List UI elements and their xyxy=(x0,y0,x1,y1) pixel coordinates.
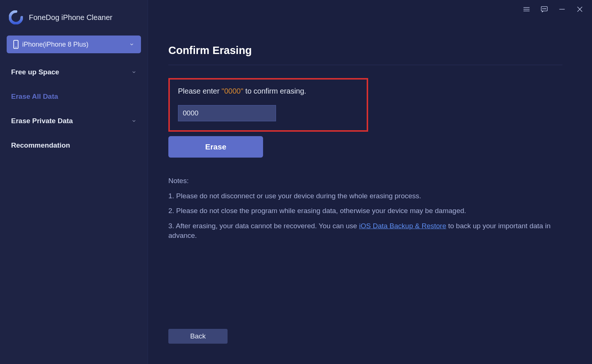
nav-label: Erase Private Data xyxy=(11,117,73,125)
app-root: FoneDog iPhone Cleaner iPhone(iPhone 8 P… xyxy=(0,0,592,364)
chevron-down-icon xyxy=(131,118,137,124)
note-1: 1. Please do not disconnect or use your … xyxy=(168,191,553,201)
nav-erase-private-data[interactable]: Erase Private Data xyxy=(0,109,148,133)
nav-label: Erase All Data xyxy=(11,92,58,101)
svg-point-5 xyxy=(544,9,544,9)
prompt-code: "0000" xyxy=(222,87,243,95)
device-label: iPhone(iPhone 8 Plus) xyxy=(22,41,88,48)
chat-icon xyxy=(540,5,548,13)
phone-icon xyxy=(13,40,18,49)
page-title: Confirm Erasing xyxy=(168,44,562,57)
chevron-down-icon xyxy=(129,42,134,47)
note-2: 2. Please do not close the program while… xyxy=(168,206,553,216)
note-3: 3. After erasing, your data cannot be re… xyxy=(168,221,553,241)
notes-heading: Notes: xyxy=(168,176,553,186)
svg-point-6 xyxy=(545,9,546,9)
back-button[interactable]: Back xyxy=(168,329,228,344)
notes-section: Notes: 1. Please do not disconnect or us… xyxy=(168,176,553,241)
nav-label: Recommendation xyxy=(11,141,70,149)
nav-label: Free up Space xyxy=(11,68,59,76)
prompt-prefix: Please enter xyxy=(178,87,222,95)
window-titlebar xyxy=(522,4,585,14)
app-title: FoneDog iPhone Cleaner xyxy=(29,13,112,22)
confirm-prompt: Please enter "0000" to confirm erasing. xyxy=(178,87,359,95)
sidebar: FoneDog iPhone Cleaner iPhone(iPhone 8 P… xyxy=(0,0,148,364)
nav-erase-all-data[interactable]: Erase All Data xyxy=(0,84,148,109)
svg-point-4 xyxy=(543,9,543,9)
app-logo-icon xyxy=(9,10,23,24)
feedback-button[interactable] xyxy=(539,4,549,14)
ios-backup-restore-link[interactable]: iOS Data Backup & Restore xyxy=(359,222,446,230)
chevron-down-icon xyxy=(131,70,137,75)
device-selector[interactable]: iPhone(iPhone 8 Plus) xyxy=(7,36,141,53)
confirm-code-input[interactable] xyxy=(178,105,276,121)
divider xyxy=(168,65,562,65)
menu-icon xyxy=(522,5,531,13)
nav-recommendation[interactable]: Recommendation xyxy=(0,133,148,158)
nav-free-up-space[interactable]: Free up Space xyxy=(0,60,148,84)
brand: FoneDog iPhone Cleaner xyxy=(0,7,148,36)
close-icon xyxy=(576,5,584,13)
erase-button[interactable]: Erase xyxy=(168,136,263,158)
main-content: Confirm Erasing Please enter "0000" to c… xyxy=(148,0,592,364)
note-3-a: 3. After erasing, your data cannot be re… xyxy=(168,222,359,230)
close-button[interactable] xyxy=(575,4,585,14)
sidebar-nav: Free up Space Erase All Data Erase Priva… xyxy=(0,60,148,158)
prompt-suffix: to confirm erasing. xyxy=(243,87,306,95)
minimize-icon xyxy=(558,5,566,13)
menu-button[interactable] xyxy=(522,4,531,14)
confirm-highlight-box: Please enter "0000" to confirm erasing. xyxy=(168,78,368,132)
minimize-button[interactable] xyxy=(557,4,567,14)
